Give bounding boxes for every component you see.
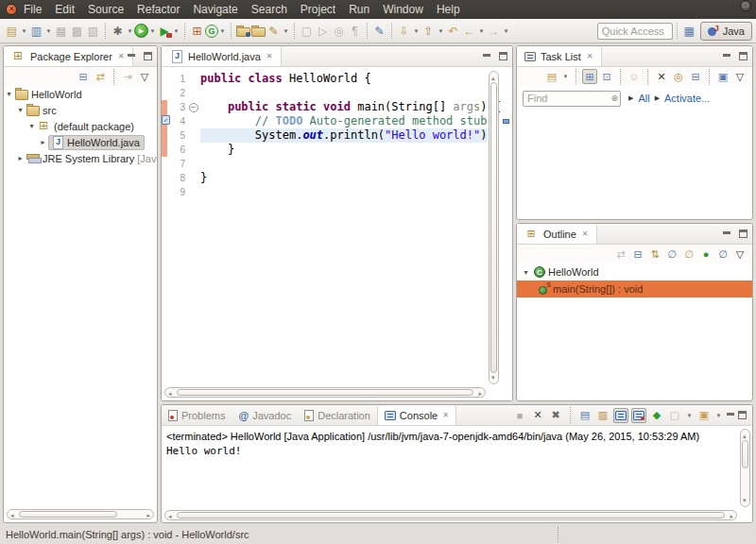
profile-icon[interactable]: ◎ [331,23,347,39]
next-annotation-dropdown-icon[interactable]: ▼ [412,28,421,34]
quick-access-input[interactable] [597,23,673,40]
find-clear-icon[interactable]: ⊗ [610,94,618,103]
menu-refactor[interactable]: Refactor [130,1,186,18]
show-whitespace-icon[interactable]: ¶ [347,23,363,39]
window-close-button[interactable]: ✕ [6,4,17,15]
tab-close-icon[interactable]: ✕ [582,230,589,238]
horizontal-scrollbar[interactable]: ◂ ▸ [7,509,154,519]
expander-open-icon[interactable]: ▾ [521,268,531,277]
terminate-icon[interactable]: ■ [512,408,527,423]
back-dropdown-icon[interactable]: ▼ [477,28,486,34]
scrollbar-thumb[interactable] [742,440,748,468]
maximize-icon[interactable] [738,411,747,419]
scroll-up-icon[interactable]: ▴ [491,74,495,82]
previous-annotation-icon[interactable]: ⇧ [421,23,437,39]
collapse-all-icon[interactable]: ⊟ [688,69,703,84]
code-line[interactable]: 3 public static void main(String[] args)… [162,100,488,114]
menu-navigate[interactable]: Navigate [186,1,244,18]
problems-tab[interactable]: Problems [162,405,232,425]
outline-item-main-method[interactable]: main(String[]) : void [517,280,752,298]
scroll-lock-icon[interactable]: ▥ [595,408,610,423]
find-input[interactable] [523,91,621,107]
scroll-down-icon[interactable]: ▾ [743,496,747,504]
menu-edit[interactable]: Edit [48,1,81,18]
menu-project[interactable]: Project [294,1,342,18]
open-resource-folder-icon[interactable] [250,25,266,37]
code-line[interactable]: 7 [162,157,488,171]
overview-ruler[interactable] [501,70,511,386]
maximize-icon[interactable] [144,52,152,60]
menu-help[interactable]: Help [430,1,467,18]
debug-icon[interactable]: ✱ [110,23,126,39]
pin-console-icon[interactable]: ◆ [649,408,664,423]
new-task-icon[interactable]: ▤ [544,69,559,84]
minimize-icon[interactable] [722,52,731,60]
save-all-icon[interactable]: ▩ [69,23,85,39]
collapse-all-icon[interactable]: ⊟ [76,69,91,84]
forward-dropdown-icon[interactable]: ▼ [502,28,510,34]
tab-close-icon[interactable]: ✕ [587,52,593,60]
menu-file[interactable]: File [17,1,48,18]
hide-local-types-icon[interactable]: ∅ [715,246,730,262]
outline-item-class[interactable]: ▾ C HelloWorld [517,264,752,280]
scroll-right-icon[interactable]: ▸ [146,511,150,519]
new-wizard-icon[interactable]: ▤ [4,23,20,39]
console-horizontal-scrollbar[interactable]: ◂ ▸ [164,510,737,520]
minimize-icon[interactable] [722,230,731,238]
task-list-tab[interactable]: Task List ✕ [517,46,602,66]
hide-non-public-icon[interactable]: ● [698,246,713,262]
scrollbar-thumb[interactable] [177,389,473,396]
javadoc-tab[interactable]: @ Javadoc [232,405,298,425]
scrollbar-thumb[interactable] [490,82,497,373]
code-line[interactable]: 4 // TODO Auto-generated method stub [162,114,488,128]
menu-run[interactable]: Run [342,1,376,18]
focus-icon[interactable]: ⇥ [120,69,135,84]
tree-item-helloworld-project[interactable]: ▾ HelloWorld [4,86,157,102]
tree-item-default-package[interactable]: ▾ (default package) [4,118,157,134]
view-menu-icon[interactable]: ▽ [137,69,152,84]
expander-closed-icon[interactable]: ▸ [15,154,26,162]
show-console-stdout-icon[interactable] [613,408,628,423]
coverage-icon[interactable]: G [205,25,218,38]
run-last-tool-icon[interactable]: ▷ [315,23,331,39]
tab-close-icon[interactable]: ✕ [442,411,449,419]
collapse-all-icon[interactable]: ⊟ [630,246,645,262]
console-tab[interactable]: Console ✕ [377,405,456,425]
code-line[interactable]: 2 [162,86,488,100]
open-type-folder-icon[interactable] [235,25,250,37]
expander-open-icon[interactable]: ▾ [15,106,26,114]
occurrence-marker[interactable] [503,119,509,124]
my-tasks-icon[interactable]: ☺ [627,69,642,84]
declaration-tab[interactable]: Declaration [298,405,377,425]
external-tools-dropdown-icon[interactable]: ▼ [172,28,180,34]
next-annotation-icon[interactable]: ⇩ [396,23,412,39]
scroll-right-icon[interactable]: ▸ [730,512,733,520]
window-maximize-button[interactable]: □ [740,0,751,11]
search-dropdown-icon[interactable]: ▼ [282,28,290,34]
remove-all-terminated-icon[interactable]: ✖ [548,408,563,423]
scroll-left-icon[interactable]: ◂ [168,512,172,520]
code-line[interactable]: 6 } [162,143,488,157]
display-console-dropdown-icon[interactable]: ▼ [685,413,694,418]
last-edit-location-icon[interactable]: ↶ [445,23,461,39]
selected-tree-item[interactable]: HelloWorld.java [48,135,145,150]
coverage-dropdown-icon[interactable]: ▼ [218,28,227,34]
activate-link[interactable]: Activate... [664,93,710,104]
java-grid-icon[interactable]: ⊞ [189,23,205,39]
editor-vertical-scrollbar[interactable]: ▴ ▾ [489,71,499,384]
menu-window[interactable]: Window [376,1,430,18]
run-icon[interactable]: ▶ [134,24,148,38]
new-wizard-dropdown-icon[interactable]: ▼ [20,28,28,34]
print-icon[interactable]: ▧ [85,23,101,39]
link-with-editor-icon[interactable]: ⇄ [613,246,628,262]
java-perspective-button[interactable]: Java [700,22,752,41]
expander-closed-icon[interactable]: ▸ [38,138,48,146]
package-explorer-tab[interactable]: Package Explorer ✕ [4,46,133,66]
previous-annotation-dropdown-icon[interactable]: ▼ [437,28,445,34]
tree-item-src[interactable]: ▾ src [4,102,157,118]
fold-collapse-icon[interactable] [187,100,200,114]
new-task-dropdown-icon[interactable]: ▼ [561,74,570,79]
remove-launch-icon[interactable]: ✕ [530,408,545,423]
new-java-project-dropdown-icon[interactable]: ▼ [44,28,53,34]
expander-open-icon[interactable]: ▾ [26,122,37,130]
